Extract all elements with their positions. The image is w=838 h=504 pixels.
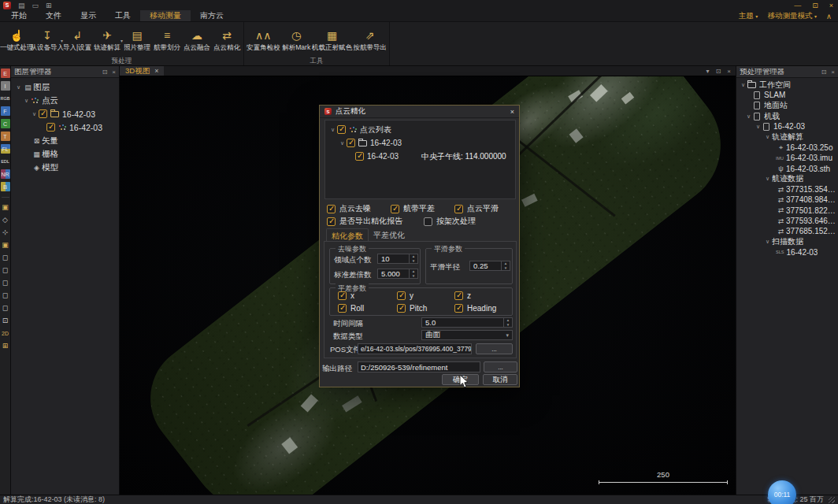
menu-south-cloud[interactable]: 南方云 [191, 10, 233, 21]
smooth-radius-spinner[interactable]: 0.25 ▲▼ [469, 261, 510, 271]
caret-icon[interactable]: ∨ [30, 111, 39, 117]
tree-item-layers[interactable]: ∨ ▤ 图层 [11, 80, 119, 94]
trajectory-solve-button[interactable]: ✈ 轨迹解算 ▾ [92, 24, 122, 57]
view-cube-icon[interactable]: ◻ [1, 303, 10, 313]
canopy-icon[interactable]: C [1, 119, 10, 128]
blend-icon[interactable]: B [1, 182, 10, 191]
tree-item-dataset-cloud[interactable]: 16-42-03 中央子午线: 114.000000 [325, 150, 515, 163]
tree-item-model[interactable]: ◈ 模型 [11, 161, 119, 174]
checkbox[interactable] [337, 125, 346, 134]
intensity-icon[interactable]: I [1, 81, 10, 91]
view-focus-icon[interactable]: ⊡ [1, 316, 10, 325]
tree-item-imu-file[interactable]: IMU 16-42-03.imu [736, 153, 838, 163]
option-strip-adjust[interactable]: 航带平差 [391, 203, 435, 214]
caret-icon[interactable]: ∨ [754, 124, 762, 130]
tree-item-dataset-folder[interactable]: ∨ 16-42-03 [325, 136, 515, 150]
tree-item-track-segment[interactable]: ⇄ 377593.646_377675... [736, 216, 838, 226]
open-icon[interactable]: ▭ [32, 2, 39, 9]
checkbox[interactable] [454, 291, 463, 300]
elevation-icon[interactable]: E [1, 69, 10, 78]
tree-item-dataset-folder[interactable]: ∨ 16-42-03 [11, 107, 119, 120]
stddev-multiplier-spinner[interactable]: 5.000 ▲▼ [377, 269, 418, 279]
view-cube-icon[interactable]: ◻ [1, 253, 10, 262]
time-interval-spinner[interactable]: 5.0 ▲▼ [421, 317, 513, 328]
checkbox[interactable] [397, 304, 406, 313]
tree-item-sls-file[interactable]: SLS 16-42-03 [736, 247, 838, 258]
tree-item-track-segment[interactable]: ⇄ 377685.152_377765... [736, 226, 838, 236]
theme-selector[interactable]: 主题 ▾ [739, 11, 758, 21]
normal-icon[interactable]: NR [1, 169, 10, 179]
tree-item-track-segment[interactable]: ⇄ 377408.984_377491... [736, 195, 838, 205]
spin-down-icon[interactable]: ▼ [410, 259, 417, 264]
strip-split-button[interactable]: ≡ 航带划分 [152, 24, 182, 57]
view-cube-solid-icon[interactable]: ▣ [1, 240, 10, 250]
spin-down-icon[interactable]: ▼ [502, 266, 510, 271]
tree-item-gnss-file[interactable]: ⌖ 16-42-03.25o [736, 143, 838, 153]
pos-file-browse-button[interactable]: ... [476, 343, 513, 354]
tree-item-dataset[interactable]: ∨ 16-42-03 [736, 121, 838, 132]
view-cube-icon[interactable]: ◻ [1, 291, 10, 300]
checkbox[interactable] [327, 205, 336, 213]
add-view-icon[interactable]: ⊞ [1, 341, 10, 350]
tree-item-vector[interactable]: ⊠ 矢量 [11, 134, 119, 147]
rgb-icon[interactable]: RGB [1, 94, 10, 103]
caret-icon[interactable]: ∨ [14, 84, 23, 91]
device-import-button[interactable]: ↧ 从设备导入 ▾ [32, 24, 63, 57]
view-cube-icon[interactable]: ◻ [1, 278, 10, 287]
caret-icon[interactable]: ∨ [328, 127, 337, 133]
option-export-report[interactable]: 是否导出精化报告 [327, 216, 402, 227]
spin-down-icon[interactable]: ▼ [504, 323, 512, 328]
tree-item-airborne[interactable]: ∨ 机载 [736, 111, 838, 121]
close-icon[interactable]: × [829, 2, 833, 9]
checkbox[interactable] [347, 139, 355, 147]
import-settings-button[interactable]: ↲ 导入|设置 [62, 24, 92, 57]
boresight-calib-button[interactable]: ∧∧ 安置角检校 [246, 24, 281, 57]
tree-item-cloud-list[interactable]: ∨ 点云列表 [325, 123, 515, 136]
tree-item-trajectory-solve[interactable]: ∨ 轨迹解算 [736, 132, 838, 142]
caret-icon[interactable]: ∨ [763, 176, 772, 182]
caret-icon[interactable]: ∨ [338, 140, 347, 146]
check-y[interactable]: y [397, 291, 413, 300]
time-icon[interactable]: T [1, 132, 10, 141]
menu-start[interactable]: 开始 [2, 10, 36, 21]
checkbox[interactable] [338, 304, 347, 313]
option-smooth[interactable]: 点云平滑 [454, 203, 499, 214]
menu-mobile-survey[interactable]: 移动测量 [140, 10, 191, 21]
chevron-down-icon[interactable]: ▾ [706, 68, 710, 75]
output-browse-button[interactable]: ... [484, 361, 517, 372]
neighbor-count-spinner[interactable]: 10 ▲▼ [377, 254, 418, 264]
float-panel-icon[interactable]: ⊡ [102, 69, 108, 76]
caret-icon[interactable]: ∨ [763, 239, 772, 245]
tree-item-pointcloud[interactable]: ∨ 点云 [11, 94, 119, 107]
close-panel-icon[interactable]: × [112, 69, 116, 76]
check-roll[interactable]: Roll [338, 304, 364, 313]
parse-mark-button[interactable]: ◷ 解析Mark [281, 24, 312, 57]
checkbox[interactable] [355, 152, 364, 161]
minimize-icon[interactable]: — [794, 2, 801, 9]
checkbox[interactable] [391, 205, 399, 213]
caret-icon[interactable]: ∨ [22, 98, 31, 104]
tree-item-track-segment[interactable]: ⇄ 377315.354_377399... [736, 184, 838, 195]
close-dialog-icon[interactable]: × [510, 108, 514, 116]
tree-item-dataset-cloud[interactable]: 16-42-03 [11, 120, 119, 134]
checkbox[interactable] [397, 291, 406, 300]
check-x[interactable]: x [338, 291, 354, 300]
dialog-titlebar[interactable]: S 点云精化 × [320, 106, 519, 118]
output-path-input[interactable]: D:/250926-539/refinement [358, 361, 480, 372]
cancel-button[interactable]: 取消 [483, 374, 517, 385]
feature-icon[interactable]: F [1, 106, 10, 116]
tree-item-track-data[interactable]: ∨ 航迹数据 [736, 174, 838, 184]
caret-icon[interactable]: ∨ [739, 82, 747, 88]
one-click-process-button[interactable]: ☝ 一键式处理 [2, 24, 32, 57]
checkbox[interactable] [46, 123, 55, 132]
check-z[interactable]: z [454, 291, 471, 300]
select-box-icon[interactable]: ▣ [1, 202, 10, 212]
check-pitch[interactable]: Pitch [397, 304, 427, 313]
checkbox[interactable] [338, 291, 347, 300]
float-panel-icon[interactable]: ⊡ [821, 69, 827, 76]
checkbox[interactable] [327, 217, 336, 226]
tree-item-sth-file[interactable]: ψ 16-42-03.sth [736, 163, 838, 173]
view-cube-icon[interactable]: ◻ [1, 265, 10, 275]
tree-item-workspace[interactable]: ∨ 工作空间 [736, 80, 838, 90]
new-icon[interactable]: ⊞ [46, 2, 52, 9]
